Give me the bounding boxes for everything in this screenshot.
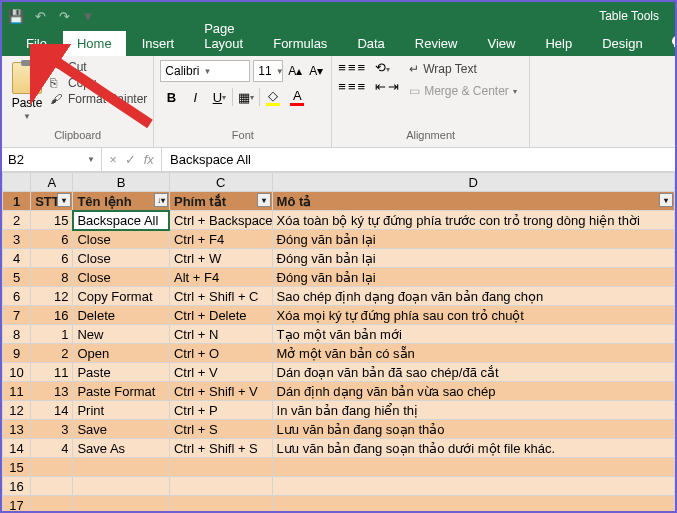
cell[interactable]: 13 <box>31 382 73 401</box>
cell[interactable] <box>73 496 170 512</box>
row-header[interactable]: 12 <box>3 401 31 420</box>
increase-font-icon[interactable]: A▴ <box>286 61 304 81</box>
cell[interactable]: 3 <box>31 420 73 439</box>
align-center-icon[interactable]: ≡ <box>348 79 356 94</box>
tab-page-layout[interactable]: Page Layout <box>190 16 257 56</box>
cell[interactable] <box>73 458 170 477</box>
cell[interactable] <box>31 458 73 477</box>
format-painter-button[interactable]: 🖌Format Painter <box>50 92 147 106</box>
row-header[interactable]: 11 <box>3 382 31 401</box>
font-size-select[interactable]: 11▼ <box>253 60 283 82</box>
cell[interactable] <box>169 477 272 496</box>
tab-insert[interactable]: Insert <box>128 31 189 56</box>
italic-button[interactable]: I <box>184 86 206 108</box>
cell[interactable]: Ctrl + V <box>169 363 272 382</box>
row-header[interactable]: 5 <box>3 268 31 287</box>
cell[interactable]: 12 <box>31 287 73 306</box>
row-header[interactable]: 17 <box>3 496 31 512</box>
cell[interactable]: Tên lệnh↓▾ <box>73 192 170 211</box>
cell[interactable] <box>272 458 674 477</box>
row-header[interactable]: 13 <box>3 420 31 439</box>
cell[interactable]: Paste Format <box>73 382 170 401</box>
cell[interactable] <box>169 496 272 512</box>
undo-icon[interactable]: ↶ <box>32 8 48 24</box>
row-header[interactable]: 14 <box>3 439 31 458</box>
decrease-indent-icon[interactable]: ⇤ <box>375 79 386 94</box>
cell[interactable]: 2 <box>31 344 73 363</box>
cell[interactable]: Paste <box>73 363 170 382</box>
tab-home[interactable]: Home <box>63 31 126 56</box>
cell[interactable]: Open <box>73 344 170 363</box>
tab-file[interactable]: File <box>12 31 61 56</box>
cell[interactable]: Mở một văn bản có sẵn <box>272 344 674 363</box>
cell[interactable]: Close <box>73 249 170 268</box>
cell[interactable]: 4 <box>31 439 73 458</box>
cell[interactable]: Ctrl + N <box>169 325 272 344</box>
merge-center-button[interactable]: ▭Merge & Center▾ <box>403 82 523 100</box>
cell[interactable]: 11 <box>31 363 73 382</box>
cell[interactable]: Ctrl + F4 <box>169 230 272 249</box>
cell[interactable]: Ctrl + P <box>169 401 272 420</box>
align-bottom-icon[interactable]: ≡ <box>358 60 366 75</box>
decrease-font-icon[interactable]: A▾ <box>307 61 325 81</box>
cut-button[interactable]: ✂Cut <box>50 60 147 74</box>
cell[interactable]: STT▾ <box>31 192 73 211</box>
cell[interactable]: Xóa mọi ký tự đứng phía sau con trỏ chuộ… <box>272 306 674 325</box>
align-right-icon[interactable]: ≡ <box>358 79 366 94</box>
col-header-C[interactable]: C <box>169 173 272 192</box>
cell[interactable]: New <box>73 325 170 344</box>
row-header[interactable]: 4 <box>3 249 31 268</box>
align-top-icon[interactable]: ≡ <box>338 60 346 75</box>
border-button[interactable]: ▦▾ <box>235 86 257 108</box>
redo-icon[interactable]: ↷ <box>56 8 72 24</box>
cell[interactable]: 8 <box>31 268 73 287</box>
cell[interactable] <box>272 477 674 496</box>
cell[interactable]: Save As <box>73 439 170 458</box>
col-header-A[interactable]: A <box>31 173 73 192</box>
cell[interactable]: Ctrl + Shifl + S <box>169 439 272 458</box>
cell[interactable]: Đóng văn bản lại <box>272 249 674 268</box>
cell[interactable] <box>73 477 170 496</box>
cell[interactable]: Ctrl + Backspace <box>169 211 272 230</box>
row-header[interactable]: 7 <box>3 306 31 325</box>
row-header[interactable]: 3 <box>3 230 31 249</box>
cell[interactable]: Dán đoạn văn bản đã sao chép/đã cắt <box>272 363 674 382</box>
cell[interactable]: Đóng văn bản lại <box>272 230 674 249</box>
filter-icon[interactable]: ↓▾ <box>154 193 168 207</box>
cell[interactable] <box>31 496 73 512</box>
orientation-icon[interactable]: ⟲▾ <box>375 60 390 75</box>
cell[interactable]: 6 <box>31 249 73 268</box>
cell[interactable]: Delete <box>73 306 170 325</box>
cancel-icon[interactable]: × <box>109 152 117 167</box>
tab-help[interactable]: Help <box>531 31 586 56</box>
paste-button[interactable]: Paste ▼ <box>8 60 46 121</box>
cell[interactable]: Copy Format <box>73 287 170 306</box>
cell[interactable]: Print <box>73 401 170 420</box>
tab-view[interactable]: View <box>473 31 529 56</box>
row-header[interactable]: 6 <box>3 287 31 306</box>
wrap-text-button[interactable]: ↵Wrap Text <box>403 60 523 78</box>
cell[interactable]: 16 <box>31 306 73 325</box>
font-name-select[interactable]: Calibri▼ <box>160 60 250 82</box>
tell-me-icon[interactable] <box>661 30 677 56</box>
row-header[interactable]: 16 <box>3 477 31 496</box>
cell[interactable]: Ctrl + Shifl + V <box>169 382 272 401</box>
filter-icon[interactable]: ▾ <box>57 193 71 207</box>
cell[interactable]: In văn bản đang hiển thị <box>272 401 674 420</box>
tab-data[interactable]: Data <box>343 31 398 56</box>
cell[interactable]: 15 <box>31 211 73 230</box>
spreadsheet-grid[interactable]: A B C D 1STT▾Tên lệnh↓▾Phím tắt▾Mô tả▾21… <box>2 172 675 511</box>
cell[interactable]: Ctrl + O <box>169 344 272 363</box>
cell[interactable] <box>272 496 674 512</box>
cell[interactable] <box>31 477 73 496</box>
cell[interactable]: 1 <box>31 325 73 344</box>
cell[interactable] <box>169 458 272 477</box>
cell[interactable]: Xóa toàn bộ ký tự đứng phía trước con tr… <box>272 211 674 230</box>
save-icon[interactable]: 💾 <box>8 8 24 24</box>
bold-button[interactable]: B <box>160 86 182 108</box>
fill-color-button[interactable]: ◇ <box>262 86 284 108</box>
cell[interactable]: Phím tắt▾ <box>169 192 272 211</box>
qat-dropdown-icon[interactable]: ▼ <box>80 8 96 24</box>
cell[interactable]: Đóng văn bản lại <box>272 268 674 287</box>
tab-formulas[interactable]: Formulas <box>259 31 341 56</box>
